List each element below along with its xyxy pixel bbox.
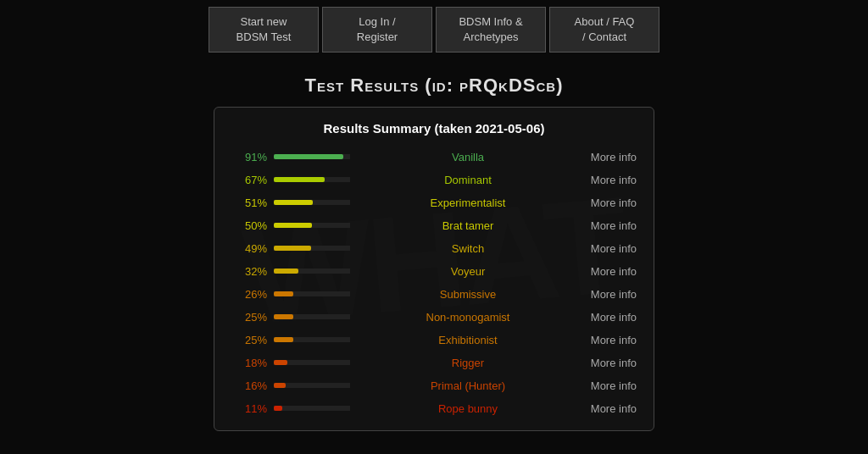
page-title: Test Results (id: pRQkDScb) <box>0 59 868 107</box>
results-summary-title: Results Summary (taken 2021-05-06) <box>231 121 637 136</box>
more-info-link[interactable]: More info <box>577 197 637 209</box>
result-category-name: Experimentalist <box>359 197 577 209</box>
result-bar-fill <box>274 154 343 159</box>
result-bar-fill <box>274 360 287 365</box>
start-new-button[interactable]: Start new BDSM Test <box>209 7 319 53</box>
result-row: 25% Non-monogamist More info <box>231 307 637 326</box>
result-category-name: Submissive <box>359 288 577 301</box>
result-pct: 18% <box>231 357 267 369</box>
result-row: 11% Rope bunny More info <box>231 399 637 418</box>
result-category-name: Vanilla <box>359 151 577 163</box>
result-row: 67% Dominant More info <box>231 170 637 189</box>
bdsm-info-button[interactable]: BDSM Info & Archetypes <box>436 7 546 53</box>
result-pct: 49% <box>231 242 267 255</box>
more-info-link[interactable]: More info <box>577 379 637 392</box>
results-card: Results Summary (taken 2021-05-06) 91% V… <box>214 107 654 431</box>
result-bar-fill <box>274 406 282 411</box>
more-info-link[interactable]: More info <box>577 288 637 301</box>
result-category-name: Exhibitionist <box>359 334 577 346</box>
more-info-link[interactable]: More info <box>577 219 637 232</box>
result-row: 26% Submissive More info <box>231 285 637 303</box>
result-row: 50% Brat tamer More info <box>231 216 637 235</box>
login-button[interactable]: Log In / Register <box>322 7 432 53</box>
more-info-link[interactable]: More info <box>577 311 637 324</box>
result-row: 49% Switch More info <box>231 239 637 257</box>
result-category-name: Brat tamer <box>359 219 577 232</box>
result-bar-container <box>274 269 350 274</box>
result-bar-container <box>274 291 350 296</box>
more-info-link[interactable]: More info <box>577 402 637 415</box>
result-category-name: Voyeur <box>359 265 577 278</box>
result-bar-fill <box>274 177 325 182</box>
result-bar-fill <box>274 314 293 319</box>
result-bar-fill <box>274 269 298 274</box>
more-info-link[interactable]: More info <box>577 357 637 369</box>
about-button[interactable]: About / FAQ / Contact <box>549 7 659 53</box>
results-rows: 91% Vanilla More info 67% Dominant More … <box>231 147 637 418</box>
result-bar-fill <box>274 200 313 205</box>
result-bar-container <box>274 246 350 251</box>
result-pct: 25% <box>231 334 267 346</box>
more-info-link[interactable]: More info <box>577 265 637 278</box>
result-bar-container <box>274 383 350 388</box>
result-pct: 91% <box>231 151 267 163</box>
result-row: 16% Primal (Hunter) More info <box>231 376 637 395</box>
result-row: 32% Voyeur More info <box>231 262 637 280</box>
result-pct: 50% <box>231 219 267 232</box>
result-bar-container <box>274 314 350 319</box>
result-pct: 11% <box>231 402 267 415</box>
result-bar-container <box>274 337 350 342</box>
result-pct: 26% <box>231 288 267 301</box>
more-info-link[interactable]: More info <box>577 174 637 186</box>
result-category-name: Non-monogamist <box>359 311 577 324</box>
result-pct: 67% <box>231 174 267 186</box>
result-pct: 25% <box>231 311 267 324</box>
result-pct: 51% <box>231 197 267 209</box>
result-bar-fill <box>274 383 286 388</box>
result-bar-container <box>274 177 350 182</box>
result-pct: 16% <box>231 379 267 392</box>
result-bar-fill <box>274 223 312 228</box>
result-pct: 32% <box>231 265 267 278</box>
result-row: 25% Exhibitionist More info <box>231 330 637 349</box>
result-bar-container <box>274 223 350 228</box>
more-info-link[interactable]: More info <box>577 151 637 163</box>
result-category-name: Rigger <box>359 357 577 369</box>
result-category-name: Dominant <box>359 174 577 186</box>
more-info-link[interactable]: More info <box>577 334 637 346</box>
result-row: 91% Vanilla More info <box>231 147 637 166</box>
result-bar-fill <box>274 337 293 342</box>
result-bar-fill <box>274 246 311 251</box>
result-bar-container <box>274 154 350 159</box>
more-info-link[interactable]: More info <box>577 242 637 255</box>
result-bar-fill <box>274 291 293 296</box>
navbar: Start new BDSM Test Log In / Register BD… <box>0 0 868 59</box>
result-row: 18% Rigger More info <box>231 353 637 372</box>
result-category-name: Switch <box>359 242 577 255</box>
result-category-name: Rope bunny <box>359 402 577 415</box>
result-bar-container <box>274 200 350 205</box>
result-bar-container <box>274 406 350 411</box>
result-row: 51% Experimentalist More info <box>231 193 637 212</box>
result-bar-container <box>274 360 350 365</box>
result-category-name: Primal (Hunter) <box>359 379 577 392</box>
